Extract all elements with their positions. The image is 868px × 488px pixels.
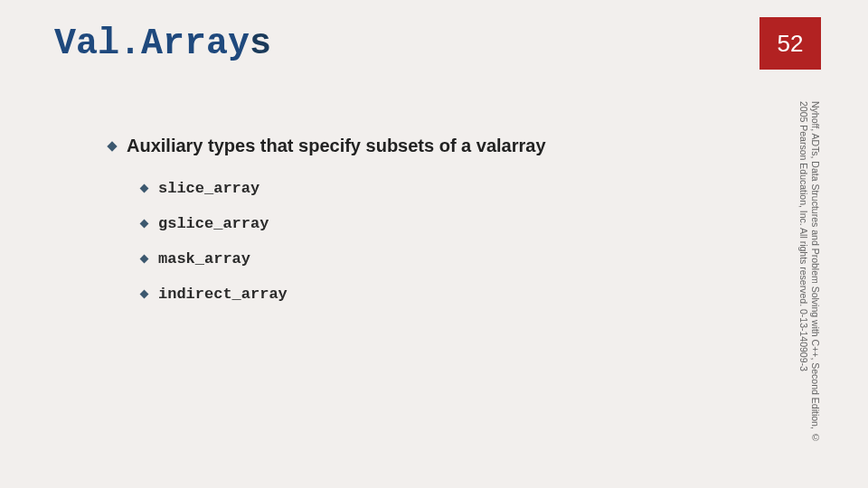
item-text: gslice_array <box>158 215 269 232</box>
diamond-bullet-icon <box>140 290 149 299</box>
list-item: mask_array <box>141 250 760 267</box>
diamond-bullet-icon <box>107 141 117 151</box>
slide-header: Val.Arrays 52 <box>0 0 868 87</box>
slide-title: Val.Arrays <box>0 23 271 64</box>
page-number-badge: 52 <box>760 17 821 70</box>
list-item: gslice_array <box>141 215 760 232</box>
slide-body: Auxiliary types that specify subsets of … <box>108 136 760 321</box>
page-number: 52 <box>778 30 804 58</box>
bullet-heading: Auxiliary types that specify subsets of … <box>108 136 760 156</box>
list-item: slice_array <box>141 180 760 197</box>
heading-text: Auxiliary types that specify subsets of … <box>127 136 546 156</box>
citation-sidebar: Nyhoff, ADTs, Data Structures and Proble… <box>781 101 821 445</box>
item-text: indirect_array <box>158 286 288 303</box>
citation-text: Nyhoff, ADTs, Data Structures and Proble… <box>798 101 821 443</box>
list-item: indirect_array <box>141 286 760 303</box>
title-main: Val.Array <box>54 23 250 64</box>
sub-bullet-list: slice_array gslice_array mask_array indi… <box>108 180 760 303</box>
item-text: mask_array <box>158 250 250 267</box>
diamond-bullet-icon <box>140 184 149 193</box>
title-suffix: s <box>250 23 271 64</box>
diamond-bullet-icon <box>140 255 149 264</box>
diamond-bullet-icon <box>140 220 149 229</box>
item-text: slice_array <box>158 180 259 197</box>
